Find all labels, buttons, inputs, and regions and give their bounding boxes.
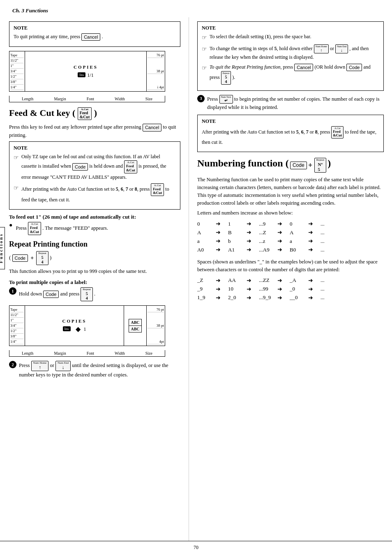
- arrow-table-main: 0 ➜ 1 ➜ ...9 ➜ 0 ➜ ... A ➜ B ➜ ...Z ➜: [197, 220, 384, 253]
- note-item-2b: ☞ After printing with the Auto Cut funct…: [14, 183, 176, 203]
- numbering-key: Repeat Nº5: [314, 158, 326, 173]
- feed-cut-desc: Press this key to feed out any leftover …: [9, 123, 180, 139]
- tape-footer-1: LengthMarginFontWidthSize: [9, 96, 165, 102]
- end-key-note1: Num End ↓: [335, 44, 348, 53]
- note-title-1: NOTE: [14, 25, 176, 31]
- right-note-box-1: NOTE ☞ To select the default setting (1)…: [197, 21, 384, 91]
- tape-main-1: COPIES Ins 1/1: [25, 51, 146, 91]
- step-3: 3 Press Num Next ↵ to begin printing the…: [197, 95, 384, 111]
- copies-label-2: COPIES: [62, 319, 87, 323]
- page-number: 70: [194, 545, 198, 550]
- feed-cut-heading: Feed & Cut key ( A.Cut Feed&Cut ): [9, 107, 180, 120]
- code-key-quit: Code: [346, 64, 362, 71]
- space-row-9: _9 ➜ 10 ➜ ...99 ➜ _0 ➜ ...: [197, 286, 384, 293]
- code-key-repeat: Code: [12, 254, 28, 262]
- feed-cut-key-icon: A.Cut Feed&Cut: [78, 107, 92, 120]
- chapter-header: Ch. 3 Functions: [0, 0, 392, 17]
- tape-sidebar-2: Tape 11/2" 1" 3/4" 1/2" 3/8" 1/4": [9, 306, 25, 346]
- right-note-text-2: After printing with the Auto Cut functio…: [202, 126, 379, 146]
- tape-right-1: 76 pt 38 pt i 4pt: [146, 51, 165, 91]
- space-row-1_9: 1_9 ➜ 2_0 ➜ ...9_9 ➜ __0 ➜ ...: [197, 294, 384, 301]
- copies-value-2: 1: [84, 326, 86, 332]
- repeat-heading: Repeat Printing function: [9, 240, 180, 249]
- arrow-row-A: A ➜ B ➜ ...Z ➜ A ➜ ...: [197, 229, 384, 236]
- arrow-table-spaces: _Z ➜ AA ➜ ...ZZ ➜ _A ➜ ... _9 ➜ 10 ➜ ...…: [197, 277, 384, 301]
- step-number-1: 1: [9, 287, 16, 295]
- arrow-row-a: a ➜ b ➜ ...z ➜ a ➜ ...: [197, 238, 384, 245]
- next-key-step3: Num Next ↵: [219, 95, 233, 104]
- tape-sidebar-1: Tape 11/2" 1" 3/4" 1/2" 3/8" 1/4": [9, 51, 25, 91]
- step-1: 1 Hold down Code and press Repeat 54 .: [9, 287, 180, 301]
- numbering-heading-close: ): [327, 158, 331, 169]
- cancel-key-note1: Cancel: [81, 33, 100, 41]
- note-box-1: NOTE To quit printing at any time, press…: [9, 21, 180, 47]
- home-key-note1: Num Home ↑: [314, 44, 329, 53]
- auto-feed-step: ● Press A.Cut Feed&Cut . The message "FE…: [9, 222, 180, 235]
- numbering-heading: Numbering function (: [197, 158, 289, 169]
- space-row-Z: _Z ➜ AA ➜ ...ZZ ➜ _A ➜ ...: [197, 277, 384, 284]
- note-title-2: NOTE: [14, 145, 176, 151]
- right-note-title-1: NOTE: [202, 25, 379, 31]
- note-item-2a: ☞ Only TZ tape can be fed out and cut us…: [14, 153, 176, 180]
- feedcut-key-note2r: A.Cut Feed&Cut: [331, 126, 344, 138]
- auto-feed-heading: To feed out 1" (26 mm) of tape and autom…: [9, 214, 180, 220]
- tape-display-1: Tape 11/2" 1" 3/4" 1/2" 3/8" 1/4" COPIES…: [9, 51, 165, 92]
- code-key-step1: Code: [43, 291, 59, 298]
- code-key-numbering: Code: [290, 162, 307, 170]
- step-number-3: 3: [197, 95, 205, 102]
- letters-heading: Letters and numbers increase as shown be…: [197, 209, 384, 217]
- step-number-2: 2: [9, 361, 16, 368]
- numbering-desc: The Numbering function can be used to pr…: [197, 176, 384, 207]
- functions-tab-label: Functions: [0, 227, 5, 269]
- end-key-step2: Num End ↓: [55, 361, 71, 371]
- repeat-desc: This function allows you to print up to …: [9, 268, 180, 275]
- plus-sign: +: [308, 161, 314, 169]
- right-note-box-2: NOTE After printing with the Auto Cut fu…: [197, 115, 384, 152]
- tape-main-2: COPIES Ins ◆ 1: [25, 306, 124, 346]
- arrow-row-0: 0 ➜ 1 ➜ ...9 ➜ 0 ➜ ...: [197, 220, 384, 227]
- step-2: 2 Press Num Home ↑ or Num End ↓ until th…: [9, 361, 180, 379]
- abc-display: ABC ABC: [124, 306, 146, 346]
- repeat-key-step1: Repeat 54: [81, 287, 92, 301]
- home-key-step2: Num Home ↑: [31, 361, 49, 371]
- right-note-title-2: NOTE: [202, 118, 379, 125]
- feedcut-key-autofeed: A.Cut Feed&Cut: [28, 222, 41, 235]
- right-note-item-1a: ☞ To select the default setting (1), pre…: [202, 33, 379, 42]
- ins-badge-2: Ins: [63, 326, 71, 331]
- repeat-key-combo: ( Code + Repeat 54 ): [9, 251, 180, 265]
- cancel-key-quit: Cancel: [294, 64, 313, 71]
- ins-badge: Ins: [78, 72, 85, 77]
- right-column: NOTE ☞ To select the default setting (1)…: [189, 17, 392, 541]
- note-text-1: To quit printing at any time, press Canc…: [14, 33, 176, 41]
- copies-value: 1/1: [87, 72, 93, 78]
- feedcut-key-note2b: A.Cut Feed&Cut: [151, 183, 164, 196]
- print-multiple-heading: To print multiple copies of a label:: [9, 279, 180, 286]
- repeat-key-quit: Repeat 54: [221, 71, 231, 85]
- page-footer: 70: [0, 541, 392, 554]
- chapter-title: Ch. 3 Functions: [12, 7, 48, 14]
- note-box-2: NOTE ☞ Only TZ tape can be fed out and c…: [9, 141, 180, 210]
- cancel-key-feedcut: Cancel: [143, 124, 161, 131]
- tape-footer-2: LengthMarginFontWidthSize: [9, 350, 165, 357]
- code-key-note2: Code: [72, 163, 88, 171]
- right-note-item-1b: ☞ To change the setting in steps of 5, h…: [202, 44, 379, 61]
- right-note-item-1c: ☞ To quit the Repeat Printing function, …: [202, 63, 379, 85]
- arrow-row-A0: A0 ➜ A1 ➜ ...A9 ➜ B0 ➜ ...: [197, 246, 384, 253]
- feedcut-key-note2: A.Cut Feed&Cut: [124, 160, 137, 173]
- tape-display-2: Tape 11/2" 1" 3/4" 1/2" 3/8" 1/4" COPIES…: [9, 305, 165, 346]
- spaces-desc: Spaces (shown as underlines "_" in the e…: [197, 258, 384, 274]
- numbering-heading-block: Numbering function ( Code + Repeat Nº5 ): [197, 158, 384, 173]
- copies-label: COPIES: [74, 65, 98, 69]
- tape-right-2: 76 pt 38 pt 4pt: [146, 306, 165, 346]
- repeat-key-icon: Repeat 54: [36, 251, 48, 265]
